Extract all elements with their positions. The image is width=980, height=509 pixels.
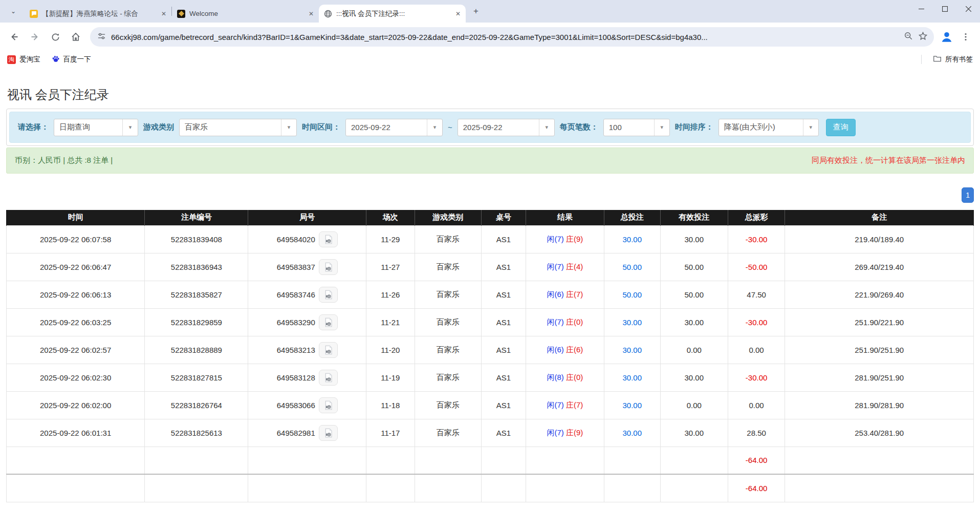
- cell-table-no: AS1: [481, 364, 526, 391]
- maximize-button[interactable]: [933, 0, 956, 18]
- date-end-select[interactable]: 2025-09-22 ▾: [458, 119, 555, 136]
- chevron-down-icon[interactable]: ▾: [427, 119, 442, 136]
- url-text[interactable]: 66cxkj98.com/game/betrecord_search/kind3…: [111, 33, 899, 41]
- video-replay-button[interactable]: [319, 231, 338, 247]
- round-number: 649583213: [277, 346, 315, 354]
- chevron-down-icon[interactable]: ▾: [281, 119, 296, 136]
- cell-round: 649583213: [248, 336, 366, 364]
- video-replay-button[interactable]: [319, 397, 338, 413]
- cell-total-bet[interactable]: 30.00: [604, 391, 660, 419]
- cell-table-no: AS1: [481, 308, 526, 336]
- subtotal-total-bet: 280.00: [604, 447, 660, 474]
- bookmark-taobao[interactable]: 淘 爱淘宝: [7, 55, 40, 64]
- round-number: 649583128: [277, 373, 315, 382]
- subtotal-label: 小计: [7, 447, 145, 474]
- info-bar: 币别：人民币 | 总共 :8 注单 | 同局有效投注，统一计算在该局第一张注单内: [6, 147, 974, 174]
- cell-note: 269.40/219.40: [785, 253, 974, 281]
- subtotal-empty-cell: [785, 447, 974, 474]
- cell-total-bet[interactable]: 50.00: [604, 281, 660, 308]
- currency-summary: 币别：人民币 | 总共 :8 注单 |: [15, 156, 113, 165]
- cell-time: 2025-09-22 06:01:31: [7, 419, 145, 447]
- cell-total-bet[interactable]: 30.00: [604, 308, 660, 336]
- home-button[interactable]: [67, 28, 85, 46]
- select-type-label: 请选择：: [18, 122, 49, 132]
- cell-total-bet[interactable]: 30.00: [604, 225, 660, 253]
- cell-time: 2025-09-22 06:03:25: [7, 308, 145, 336]
- cell-total-bet[interactable]: 50.00: [604, 253, 660, 281]
- browser-menu-icon[interactable]: [956, 28, 975, 46]
- cell-round: 649582981: [248, 419, 366, 447]
- result-banker: 庄(0): [566, 317, 583, 326]
- cell-valid-bet: 0.00: [660, 391, 728, 419]
- taobao-icon: 淘: [7, 55, 16, 64]
- video-file-icon: [323, 372, 334, 383]
- cell-payout: -50.00: [728, 253, 785, 281]
- cell-session: 11-21: [366, 308, 415, 336]
- cell-game-type: 百家乐: [415, 364, 481, 391]
- baidu-paw-icon: [52, 55, 60, 65]
- tab-forum[interactable]: 【新提醒】海燕策略论坛 - 综合 ✕: [25, 5, 171, 23]
- minimize-button[interactable]: [909, 0, 933, 18]
- page-1-button[interactable]: 1: [962, 187, 974, 203]
- cell-total-bet[interactable]: 30.00: [604, 419, 660, 447]
- per-page-select[interactable]: 100 ▾: [603, 119, 670, 136]
- close-tab-icon[interactable]: ✕: [307, 9, 316, 18]
- cell-result: 闲(8) 庄(0): [526, 364, 604, 391]
- sort-select[interactable]: 降冪(由大到小) ▾: [718, 119, 819, 136]
- query-type-select[interactable]: 日期查询 ▾: [54, 119, 138, 136]
- reload-button[interactable]: [46, 28, 64, 46]
- video-replay-button[interactable]: [319, 259, 338, 275]
- date-start-select[interactable]: 2025-09-22 ▾: [345, 119, 443, 136]
- bet-record-row: 2025-09-22 06:06:13522831835827649583746…: [7, 281, 974, 308]
- site-settings-icon[interactable]: [97, 32, 106, 43]
- tab-bet-records[interactable]: :::视讯 会员下注纪录::: ✕: [319, 5, 466, 23]
- chevron-down-icon[interactable]: ▾: [654, 119, 669, 136]
- round-number: 649583290: [277, 318, 315, 327]
- bet-record-row: 2025-09-22 06:03:25522831829859649583290…: [7, 308, 974, 336]
- close-tab-icon[interactable]: ✕: [453, 9, 463, 18]
- video-replay-button[interactable]: [319, 342, 338, 358]
- subtotal-payout: -64.00: [728, 447, 785, 474]
- bookmark-star-icon[interactable]: [918, 31, 928, 43]
- chevron-down-icon[interactable]: ▾: [122, 119, 138, 136]
- bet-record-row: 2025-09-22 06:02:30522831827815649583128…: [7, 364, 974, 391]
- address-bar[interactable]: 66cxkj98.com/game/betrecord_search/kind3…: [90, 27, 934, 47]
- video-replay-button[interactable]: [319, 370, 338, 386]
- column-header-payout: 总派彩: [728, 210, 785, 225]
- close-tab-icon[interactable]: ✕: [159, 9, 168, 18]
- subtotal-empty-cell: [415, 447, 481, 474]
- game-type-value: 百家乐: [180, 119, 281, 136]
- forward-button[interactable]: [26, 28, 44, 46]
- chevron-down-icon[interactable]: ▾: [803, 119, 818, 136]
- column-header-time: 时间: [7, 210, 145, 225]
- cell-time: 2025-09-22 06:06:13: [7, 281, 145, 308]
- tab-search-button[interactable]: ⌄: [6, 4, 20, 18]
- query-button[interactable]: 查询: [826, 119, 856, 136]
- zoom-icon[interactable]: [904, 31, 913, 43]
- back-button[interactable]: [5, 28, 24, 46]
- cell-valid-bet: 50.00: [660, 281, 728, 308]
- video-replay-button[interactable]: [319, 314, 338, 330]
- total-empty-cell: [481, 474, 526, 502]
- cell-table-no: AS1: [481, 419, 526, 447]
- video-replay-button[interactable]: [319, 287, 338, 303]
- all-bookmarks[interactable]: 所有书签: [933, 54, 973, 65]
- game-type-select[interactable]: 百家乐 ▾: [179, 119, 297, 136]
- video-replay-button[interactable]: [319, 425, 338, 441]
- close-window-button[interactable]: [956, 0, 980, 18]
- profile-avatar[interactable]: [939, 29, 954, 45]
- cell-total-bet[interactable]: 30.00: [604, 336, 660, 364]
- column-header-result: 结果: [526, 210, 604, 225]
- new-tab-button[interactable]: +: [469, 4, 483, 18]
- result-banker: 庄(9): [566, 235, 583, 243]
- cell-total-bet[interactable]: 30.00: [604, 364, 660, 391]
- result-player: 闲(6): [547, 290, 564, 299]
- tab-welcome[interactable]: Welcome ✕: [172, 5, 319, 23]
- chevron-down-icon[interactable]: ▾: [539, 119, 554, 136]
- round-number: 649583066: [277, 401, 315, 410]
- cell-session: 11-27: [366, 253, 415, 281]
- bookmark-baidu[interactable]: 百度一下: [52, 55, 91, 65]
- cell-table-no: AS1: [481, 391, 526, 419]
- bookmark-label: 爱淘宝: [19, 55, 40, 64]
- video-file-icon: [323, 400, 334, 411]
